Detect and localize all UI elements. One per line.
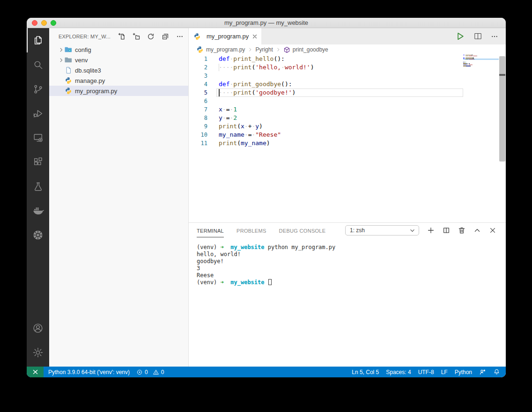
error-count: 0 (145, 369, 148, 375)
kubernetes-activity-button[interactable] (27, 223, 49, 247)
new-terminal-button[interactable] (427, 227, 435, 234)
extensions-activity-button[interactable] (27, 150, 49, 174)
line-number: 3 (189, 72, 219, 80)
code-line[interactable]: 2····print('hello,·world!') (189, 63, 506, 72)
remote-indicator[interactable] (27, 367, 44, 377)
status-notifications[interactable] (493, 368, 500, 375)
code-line[interactable]: 8y·=·2 (189, 114, 506, 122)
window-title: my_program.py — my_website (224, 19, 308, 26)
split-editor-button[interactable] (473, 32, 482, 41)
explorer-activity-button[interactable] (27, 28, 49, 52)
run-python-file-button[interactable] (455, 31, 465, 41)
terminal-line: (venv) ➜ my_website python my_program.py (197, 244, 506, 251)
python-interpreter[interactable]: Python 3.9.0 64-bit ('venv': venv) (48, 369, 130, 375)
refresh-explorer-button[interactable] (147, 33, 155, 40)
file-label: config (75, 46, 91, 53)
code-text: x·=·1 (219, 105, 237, 114)
settings-icon (32, 346, 44, 359)
close-panel-button[interactable] (489, 227, 496, 234)
bottom-panel: TERMINALPROBLEMSDEBUG CONSOLE 1: zsh (ve… (189, 222, 506, 367)
status-indentation[interactable]: Spaces: 4 (386, 369, 411, 375)
minimize-window-button[interactable] (41, 20, 47, 26)
code-line[interactable]: 11print(my_name) (189, 139, 506, 147)
more-actions-button[interactable] (491, 33, 498, 40)
explorer-item-manage.py[interactable]: manage.py (49, 75, 188, 86)
status-encoding[interactable]: UTF-8 (418, 369, 434, 375)
status-language-mode[interactable]: Python (455, 369, 472, 375)
panel-tab-problems[interactable]: PROBLEMS (236, 224, 266, 237)
minimap-line (463, 66, 466, 66)
panel-tab-debug-console[interactable]: DEBUG CONSOLE (279, 224, 326, 237)
close-tab-icon[interactable] (251, 33, 258, 40)
status-eol[interactable]: LF (441, 369, 448, 375)
manage-activity-button[interactable] (27, 340, 49, 365)
zoom-window-button[interactable] (51, 20, 56, 26)
python-icon (196, 46, 204, 53)
code-line[interactable]: 1def·print_hello(): (189, 55, 506, 63)
remote-explorer-activity-button[interactable] (27, 125, 49, 150)
file-label: manage.py (75, 77, 105, 84)
terminal-output[interactable]: (venv) ➜ my_website python my_program.py… (189, 238, 506, 286)
code-text: ····print('goodbye!') (219, 88, 296, 97)
views-and-more-actions-button[interactable] (176, 33, 184, 40)
terminal-line: hello, world! (197, 251, 506, 258)
kill-terminal-button[interactable] (458, 227, 466, 234)
code-line[interactable]: 7x·=·1 (189, 105, 506, 114)
code-line[interactable]: 3 (189, 72, 506, 80)
search-activity-button[interactable] (27, 52, 49, 77)
testing-activity-button[interactable] (27, 174, 49, 199)
code-line[interactable]: 9print(x·+·y) (189, 122, 506, 131)
problems-indicator[interactable]: 0 0 (136, 369, 164, 375)
explorer-header: EXPLORER: MY_W... (49, 28, 188, 44)
folder-icon (65, 56, 72, 64)
line-number: 4 (189, 80, 219, 88)
collapse-folders-button[interactable] (162, 33, 169, 40)
explorer-item-db.sqlite3[interactable]: db.sqlite3 (49, 65, 188, 75)
symbol-cube-icon (283, 46, 290, 53)
breadcrumb-item[interactable]: my_program.py (206, 46, 245, 53)
chevron-down-icon (409, 228, 415, 234)
sidebar-actions (118, 33, 184, 40)
breadcrumb-item[interactable]: print_goodbye (293, 46, 328, 53)
breadcrumb-item[interactable]: Pyright (255, 46, 273, 53)
line-number: 2 (189, 63, 219, 72)
line-number: 6 (189, 97, 219, 105)
status-feedback[interactable] (479, 368, 486, 375)
code-line[interactable]: 4def·print_goodbye(): (189, 80, 506, 88)
source-control-activity-button[interactable] (27, 77, 49, 101)
new-folder-button[interactable] (133, 33, 140, 40)
tab-my-program[interactable]: my_program.py (189, 28, 261, 44)
terminal-select[interactable]: 1: zsh (345, 225, 419, 235)
explorer-item-my_program.py[interactable]: my_program.py (49, 86, 188, 96)
new-file-button[interactable] (118, 33, 126, 40)
file-list: configvenvdb.sqlite3manage.pymy_program.… (49, 44, 188, 96)
tab-bar: my_program.py (189, 28, 506, 44)
minimap[interactable] (463, 55, 499, 110)
editor-actions (455, 28, 506, 44)
code-line[interactable]: 6 (189, 97, 506, 105)
docker-activity-button[interactable] (27, 199, 49, 223)
maximize-panel-button[interactable] (473, 227, 481, 234)
activity-bottom (27, 316, 49, 367)
code-line[interactable]: 5····print('goodbye!') (189, 88, 506, 97)
breadcrumb-separator-icon (247, 47, 253, 52)
text-cursor (219, 89, 220, 96)
code-line[interactable]: 10my_name·=·"Reese" (189, 131, 506, 139)
extensions-icon (32, 156, 44, 168)
explorer-item-venv[interactable]: venv (49, 55, 188, 65)
split-terminal-button[interactable] (443, 227, 450, 234)
minimap-line (469, 63, 470, 64)
close-window-button[interactable] (32, 20, 37, 26)
code-editor[interactable]: 1def·print_hello():2····print('hello,·wo… (189, 55, 506, 222)
status-cursor-position[interactable]: Ln 5, Col 5 (352, 369, 379, 375)
minimap-line (471, 55, 473, 55)
panel-tab-terminal[interactable]: TERMINAL (197, 224, 224, 237)
run-and-debug-activity-button[interactable] (27, 101, 49, 125)
indent-guide (219, 64, 219, 71)
editor-scrollbar[interactable] (499, 56, 505, 162)
terminal-line: goodbye! (197, 258, 506, 265)
line-number: 11 (189, 139, 219, 147)
explorer-item-config[interactable]: config (49, 44, 188, 55)
accounts-activity-button[interactable] (27, 316, 49, 340)
minimap-line (477, 56, 477, 57)
